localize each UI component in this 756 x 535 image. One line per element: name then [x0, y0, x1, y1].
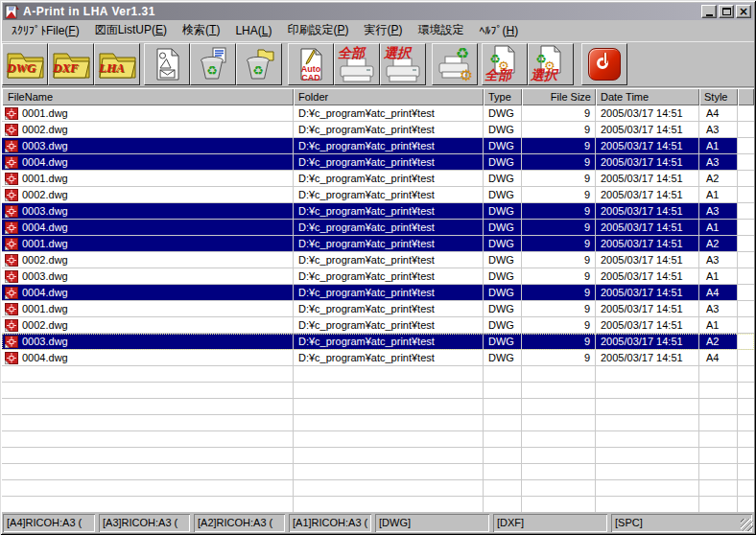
table-row[interactable]: 0002.dwg D:¥c_program¥atc_print¥test DWG… [2, 122, 754, 138]
menu-item-label-close: ) [76, 24, 80, 37]
column-header-folder[interactable]: Folder [294, 88, 484, 105]
style-cell: A4 [699, 105, 738, 122]
style-cell: A3 [699, 301, 738, 317]
type-cell: DWG [484, 171, 522, 187]
dwg-file-icon [5, 238, 18, 250]
table-row[interactable]: 0003.dwg D:¥c_program¥atc_print¥test DWG… [2, 203, 754, 220]
spacer-cell [738, 301, 754, 317]
convert-all-button[interactable]: ♻ ⚙ 全部 [482, 43, 528, 85]
filesize-cell: 9 [522, 285, 596, 301]
autocad-label: AutoCAD [289, 65, 333, 82]
dwg-file-icon [5, 173, 18, 185]
folder-cell: D:¥c_program¥atc_print¥test [294, 236, 484, 252]
type-cell: DWG [484, 122, 522, 138]
table-row[interactable]: 0004.dwg D:¥c_program¥atc_print¥test DWG… [2, 154, 754, 171]
type-cell: DWG [484, 203, 522, 220]
menu-item-label-close: ) [268, 24, 272, 37]
menu-item[interactable]: ｽｸﾘﾌﾟﾄFile(F) [4, 22, 87, 40]
open-dxf-folder-button[interactable]: DXF [48, 43, 94, 85]
print-selected-button[interactable]: 選択 [380, 43, 426, 85]
menu-item[interactable]: 実行(P) [356, 20, 410, 41]
menu-item[interactable]: 検索(T) [175, 20, 227, 41]
exit-button[interactable] [581, 43, 627, 85]
minimize-button[interactable] [701, 5, 717, 18]
spacer-cell [738, 285, 754, 301]
close-button[interactable]: × [736, 5, 751, 18]
table-row[interactable]: 0004.dwg D:¥c_program¥atc_print¥test DWG… [2, 350, 754, 366]
title-bar[interactable]: A-Print in LHA Ver1.31 × [3, 3, 753, 20]
filesize-cell: 9 [522, 138, 596, 154]
folder-cell: D:¥c_program¥atc_print¥test [294, 252, 484, 268]
remove-folder-button[interactable]: ♻ [236, 43, 282, 85]
menu-item-label-close: ) [216, 23, 220, 36]
type-cell: DWG [484, 268, 522, 285]
column-header-style[interactable]: Style [699, 88, 738, 105]
type-cell: DWG [484, 187, 522, 203]
app-window: A-Print in LHA Ver1.31 × ｽｸﾘﾌﾟﾄFile(F) 図… [0, 0, 756, 535]
table-row[interactable]: 0002.dwg D:¥c_program¥atc_print¥test DWG… [2, 187, 754, 203]
column-header-filesize[interactable]: File Size [522, 88, 596, 105]
style-cell: A2 [699, 236, 738, 252]
table-row[interactable]: 0004.dwg D:¥c_program¥atc_print¥test DWG… [2, 220, 754, 236]
toolbar: DWG DXF LHA [2, 41, 754, 87]
autocad-button[interactable]: AutoCAD [288, 43, 334, 85]
print-all-button[interactable]: 全部 [334, 43, 380, 85]
table-row[interactable]: 0004.dwg D:¥c_program¥atc_print¥test DWG… [2, 285, 754, 301]
menu-item-label-close: ) [163, 23, 167, 36]
menu-item[interactable]: 環境設定 [410, 20, 471, 41]
dwg-file-icon [5, 140, 18, 152]
datetime-cell: 2005/03/17 14:51 [596, 317, 699, 334]
filename-cell: 0004.dwg [2, 220, 294, 236]
column-header-datetime[interactable]: Date Time [596, 88, 699, 105]
table-row[interactable]: 0001.dwg D:¥c_program¥atc_print¥test DWG… [2, 171, 754, 187]
table-row[interactable]: 0003.dwg D:¥c_program¥atc_print¥test DWG… [2, 334, 754, 350]
svg-text:♻: ♻ [206, 63, 218, 78]
type-cell: DWG [484, 301, 522, 317]
filesize-cell: 9 [522, 334, 596, 350]
table-header: FileName Folder Type File Size Date Time… [2, 88, 754, 105]
datetime-cell: 2005/03/17 14:51 [596, 138, 699, 154]
filesize-cell: 9 [522, 203, 596, 220]
menu-item[interactable]: 図面ListUP(E) [87, 20, 175, 41]
column-header-filename[interactable]: FileName [2, 88, 294, 105]
filesize-cell: 9 [522, 350, 596, 366]
convert-selected-button[interactable]: ♻ ⚙ 選択 [528, 43, 574, 85]
status-panel: [A1]RICOH:A3 ( [289, 514, 371, 532]
table-row[interactable]: 0002.dwg D:¥c_program¥atc_print¥test DWG… [2, 252, 754, 268]
spacer-cell [738, 122, 754, 138]
table-row[interactable]: 0003.dwg D:¥c_program¥atc_print¥test DWG… [2, 138, 754, 154]
table-row[interactable]: 0001.dwg D:¥c_program¥atc_print¥test DWG… [2, 301, 754, 317]
gear-icon: ⚙ [460, 69, 473, 81]
table-row[interactable]: 0001.dwg D:¥c_program¥atc_print¥test DWG… [2, 236, 754, 252]
folder-cell: D:¥c_program¥atc_print¥test [294, 268, 484, 285]
minimize-icon [706, 14, 713, 16]
open-lha-folder-button[interactable]: LHA [94, 43, 140, 85]
menu-item-label: 実行( [364, 23, 390, 36]
resize-grip-icon[interactable] [741, 519, 753, 531]
listup-document-icon [154, 47, 180, 81]
open-dwg-folder-button[interactable]: DWG [2, 43, 48, 85]
status-panel: [SPC] [611, 514, 752, 532]
datetime-cell: 2005/03/17 14:51 [596, 105, 699, 122]
menu-item-mnemonic: H [506, 24, 514, 37]
column-header-type[interactable]: Type [484, 88, 522, 105]
datetime-cell: 2005/03/17 14:51 [596, 203, 699, 220]
type-cell: DWG [484, 334, 522, 350]
filesize-cell: 9 [522, 171, 596, 187]
folder-cell: D:¥c_program¥atc_print¥test [294, 187, 484, 203]
menu-item-label-close: ) [514, 24, 518, 37]
menu-item[interactable]: 印刷設定(P) [279, 20, 356, 41]
status-panel: [DWG] [375, 514, 489, 532]
menu-item[interactable]: LHA(L) [227, 22, 279, 40]
table-row[interactable]: 0002.dwg D:¥c_program¥atc_print¥test DWG… [2, 317, 754, 334]
remove-file-button[interactable]: ♻ [190, 43, 236, 85]
folder-cell: D:¥c_program¥atc_print¥test [294, 122, 484, 138]
maximize-button[interactable] [719, 5, 734, 18]
menu-item[interactable]: ﾍﾙﾌﾟ(H) [471, 22, 526, 40]
table-row[interactable]: 0001.dwg D:¥c_program¥atc_print¥test DWG… [2, 105, 754, 122]
spacer-cell [738, 268, 754, 285]
table-row[interactable]: 0003.dwg D:¥c_program¥atc_print¥test DWG… [2, 268, 754, 285]
print-setup-button[interactable]: ♻ ⚙ [432, 43, 478, 85]
listup-button[interactable] [144, 43, 190, 85]
menu-item-label: ｽｸﾘﾌﾟﾄFile( [12, 24, 68, 37]
